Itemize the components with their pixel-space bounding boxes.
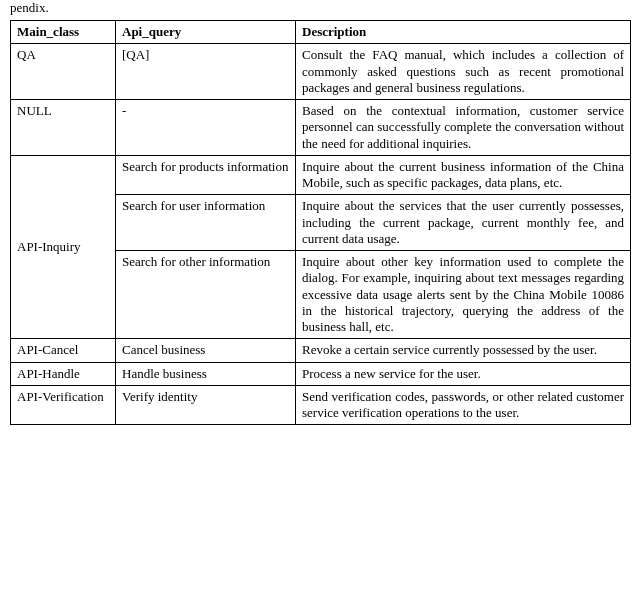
cell-description: Based on the contextual information, cus… bbox=[296, 100, 631, 156]
pretext-fragment: pendix. bbox=[10, 0, 630, 16]
cell-description: Inquire about the current business infor… bbox=[296, 155, 631, 195]
table-row: QA [QA] Consult the FAQ manual, which in… bbox=[11, 44, 631, 100]
classification-table: Main_class Api_query Description QA [QA]… bbox=[10, 20, 631, 425]
cell-api-query: Handle business bbox=[116, 362, 296, 385]
table-header-row: Main_class Api_query Description bbox=[11, 21, 631, 44]
header-main-class: Main_class bbox=[11, 21, 116, 44]
cell-api-query: [QA] bbox=[116, 44, 296, 100]
cell-api-query: Search for products information bbox=[116, 155, 296, 195]
cell-api-query: Search for other information bbox=[116, 251, 296, 339]
cell-api-query: - bbox=[116, 100, 296, 156]
table-row: API-Verification Verify identity Send ve… bbox=[11, 385, 631, 425]
cell-main-class: API-Verification bbox=[11, 385, 116, 425]
cell-main-class: API-Inquiry bbox=[11, 155, 116, 339]
cell-api-query: Search for user information bbox=[116, 195, 296, 251]
header-api-query: Api_query bbox=[116, 21, 296, 44]
page: pendix. Main_class Api_query Description… bbox=[0, 0, 640, 600]
cell-description: Consult the FAQ manual, which includes a… bbox=[296, 44, 631, 100]
cell-description: Inquire about the services that the user… bbox=[296, 195, 631, 251]
cell-main-class: API-Cancel bbox=[11, 339, 116, 362]
cell-description: Revoke a certain service currently posse… bbox=[296, 339, 631, 362]
header-description: Description bbox=[296, 21, 631, 44]
table-row: NULL - Based on the contextual informati… bbox=[11, 100, 631, 156]
cell-api-query: Verify identity bbox=[116, 385, 296, 425]
cell-main-class: QA bbox=[11, 44, 116, 100]
cell-main-class: NULL bbox=[11, 100, 116, 156]
table-row: API-Handle Handle business Process a new… bbox=[11, 362, 631, 385]
table-row: API-Cancel Cancel business Revoke a cert… bbox=[11, 339, 631, 362]
cell-description: Inquire about other key information used… bbox=[296, 251, 631, 339]
cell-description: Send verification codes, passwords, or o… bbox=[296, 385, 631, 425]
cell-main-class: API-Handle bbox=[11, 362, 116, 385]
cell-description: Process a new service for the user. bbox=[296, 362, 631, 385]
cell-api-query: Cancel business bbox=[116, 339, 296, 362]
table-row: API-Inquiry Search for products informat… bbox=[11, 155, 631, 195]
